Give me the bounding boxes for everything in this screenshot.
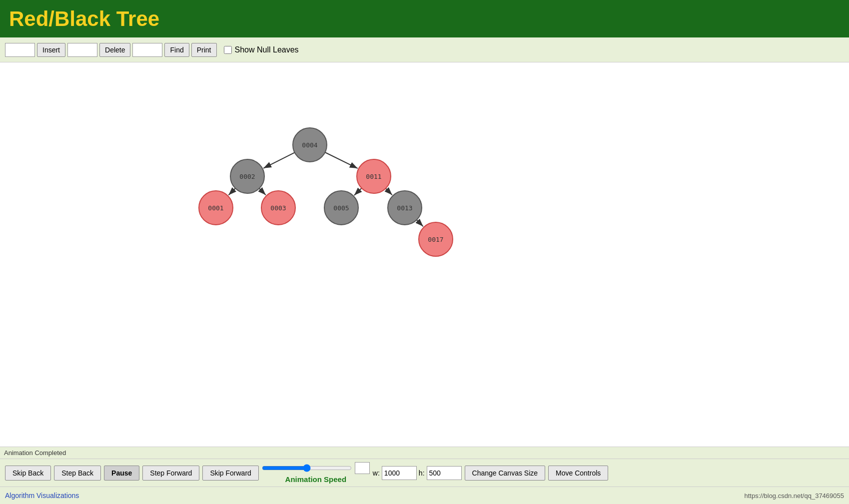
skip-forward-button[interactable]: Skip Forward: [202, 466, 258, 481]
toolbar: Insert Delete Find Print Show Null Leave…: [0, 37, 849, 62]
bottom-controls: Skip Back Step Back Pause Step Forward S…: [0, 459, 849, 487]
skip-back-button[interactable]: Skip Back: [5, 466, 51, 481]
app-header: Red/Black Tree: [0, 0, 849, 37]
svg-text:0017: 0017: [428, 236, 443, 243]
svg-text:0005: 0005: [333, 204, 349, 212]
speed-slider-row: [262, 462, 370, 474]
svg-text:0003: 0003: [270, 204, 286, 212]
step-back-button[interactable]: Step Back: [54, 466, 101, 481]
status-message: Animation Completed: [4, 449, 66, 457]
svg-text:0004: 0004: [302, 141, 317, 149]
w-label: w:: [373, 469, 380, 477]
find-input[interactable]: [132, 43, 162, 57]
delete-input[interactable]: [67, 43, 97, 57]
footer-right-link: https://blog.csdn.net/qq_37469055: [745, 492, 845, 500]
speed-container: Animation Speed: [262, 462, 370, 484]
show-null-leaves-text: Show Null Leaves: [235, 45, 299, 54]
animation-speed-slider[interactable]: [262, 464, 352, 472]
tree-edge: [228, 188, 235, 195]
h-input[interactable]: [427, 466, 462, 480]
tree-node: 0004: [293, 128, 327, 162]
w-input[interactable]: [382, 466, 417, 480]
speed-box: [355, 462, 370, 474]
footer: Algorithm Visualizations https://blog.cs…: [0, 487, 849, 504]
tree-svg: 00040002001100010003000500130017: [0, 62, 849, 447]
canvas-area: 00040002001100010003000500130017: [0, 62, 849, 447]
insert-button[interactable]: Insert: [37, 43, 65, 57]
show-null-leaves-label[interactable]: Show Null Leaves: [224, 45, 299, 54]
wh-group: w: h:: [373, 466, 462, 480]
tree-node: 0002: [230, 159, 264, 193]
step-forward-button[interactable]: Step Forward: [142, 466, 199, 481]
tree-node: 0001: [199, 191, 233, 225]
tree-nodes: 00040002001100010003000500130017: [199, 128, 453, 256]
tree-edge: [354, 188, 362, 195]
svg-text:0002: 0002: [239, 173, 255, 180]
tree-node: 0005: [324, 191, 358, 225]
svg-text:0011: 0011: [366, 173, 381, 180]
delete-button[interactable]: Delete: [99, 43, 130, 57]
page-title: Red/Black Tree: [9, 7, 159, 31]
insert-input[interactable]: [5, 43, 35, 57]
tree-edge: [259, 188, 266, 195]
tree-edge: [263, 152, 294, 168]
footer-left-link[interactable]: Algorithm Visualizations: [5, 492, 79, 500]
tree-node: 0003: [261, 191, 295, 225]
status-bar: Animation Completed: [0, 447, 849, 459]
svg-text:0001: 0001: [208, 204, 223, 212]
show-null-leaves-checkbox[interactable]: [224, 46, 232, 54]
animation-speed-label: Animation Speed: [285, 475, 347, 484]
print-button[interactable]: Print: [191, 43, 217, 57]
tree-edge: [417, 220, 423, 226]
find-button[interactable]: Find: [164, 43, 189, 57]
h-label: h:: [419, 469, 425, 477]
tree-node: 0017: [419, 222, 453, 256]
svg-text:0013: 0013: [397, 204, 412, 212]
tree-edge: [325, 152, 358, 168]
tree-node: 0011: [357, 159, 391, 193]
tree-node: 0013: [388, 191, 422, 225]
pause-button[interactable]: Pause: [104, 466, 139, 481]
change-canvas-size-button[interactable]: Change Canvas Size: [465, 466, 546, 481]
tree-edge: [386, 188, 392, 195]
move-controls-button[interactable]: Move Controls: [548, 466, 608, 481]
